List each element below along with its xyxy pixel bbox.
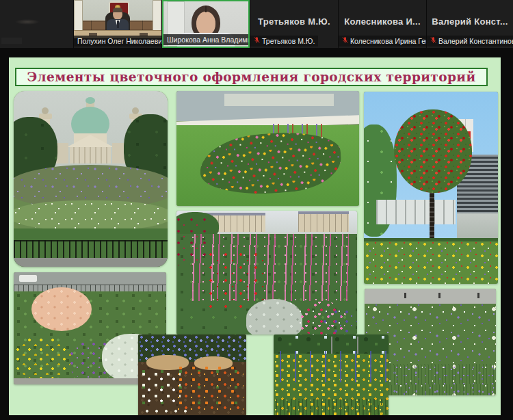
video-tile-valeriy[interactable]: Валерий Конст... Валерий Константинович (427, 0, 513, 48)
participant-hair (113, 8, 122, 12)
participant-name-label: Полухин Олег Николаевич Н... (74, 36, 161, 47)
video-tile-kolesnikova[interactable]: Колесникова И... Колесникова Ирина Генн.… (339, 0, 426, 48)
parked-car (19, 275, 37, 282)
participant-name: Третьяков М.Ю. (262, 36, 315, 46)
pedestrian (477, 293, 479, 298)
flower-meadow (364, 238, 498, 284)
participant-name-label: Колесникова Ирина Генн... (339, 36, 426, 47)
video-tile-dark-partial[interactable] (0, 0, 73, 48)
pink-sedum (31, 287, 92, 331)
yellow-flowers (14, 337, 71, 379)
silver-foliage (246, 299, 302, 334)
green-stems (274, 399, 389, 415)
photo-fuchsia-standard-tree (364, 92, 498, 284)
participant-name: Широкова Анна Владимиров... (167, 35, 248, 44)
video-tile-shirokova-active-speaker[interactable]: Широкова Анна Владимиров... (162, 0, 250, 48)
hair-parting (205, 6, 207, 12)
shared-screen-slide: Элементы цветочного оформления городских… (9, 57, 501, 415)
participant-name-label: Валерий Константинович (427, 36, 513, 47)
participant-name: Колесникова Ирина Генн... (350, 36, 426, 46)
photo-pink-perennial-border (176, 211, 357, 334)
participant-center-name: Третьяков М.Ю. (250, 16, 338, 27)
pedestrian (404, 293, 406, 298)
participant-face (196, 12, 215, 36)
crimson-flowers (176, 216, 208, 265)
slide-title-box: Элементы цветочного оформления городских… (15, 68, 488, 86)
pedestrian (438, 293, 440, 298)
dim-light (15, 19, 40, 25)
participant-name: Полухин Олег Николаевич Н... (77, 36, 161, 46)
road (14, 258, 168, 267)
photo-karlskirche-flowerbed (14, 91, 168, 267)
participant-center-name: Валерий Конст... (427, 16, 513, 27)
participant-tie (117, 21, 119, 28)
white-flower-ring (14, 200, 168, 231)
photo-lantana-rock-bed (138, 334, 246, 415)
building-reflection (224, 94, 334, 106)
slide-title: Элементы цветочного оформления городских… (27, 70, 475, 84)
video-tile-tretyakov[interactable]: Третьяков М.Ю. Третьяков М.Ю. (250, 0, 338, 48)
white-flowers-bottom (144, 408, 192, 415)
muted-mic-icon (342, 36, 348, 46)
walkway (365, 289, 496, 304)
photo-coreopsis-salvia-bed (274, 334, 389, 415)
participant-name-label: Широкова Анна Владимиров... (163, 34, 248, 45)
white-flowers (140, 370, 181, 403)
purple-flowers (321, 309, 357, 333)
building (298, 211, 349, 232)
participant-center-name: Колесникова И... (339, 16, 426, 27)
name-label-unreadable (1, 38, 22, 44)
background-structures (376, 200, 456, 224)
blue-salvia-spikes (274, 351, 389, 382)
muted-mic-icon (430, 36, 436, 46)
participant-name-label: Третьяков М.Ю. (250, 36, 318, 47)
red-flower-crown (394, 109, 472, 193)
red-flowers (207, 250, 269, 308)
meeting-window: Полухин Олег Николаевич Н... Широкова Ан… (0, 0, 513, 420)
participant-name: Валерий Константинович (438, 36, 513, 46)
orange-lantana (176, 365, 244, 410)
fence (14, 240, 168, 258)
photo-marigold-bed-riverbank (176, 91, 359, 206)
video-tile-polukhin[interactable]: Полухин Олег Николаевич Н... (74, 0, 161, 48)
muted-mic-icon (254, 36, 260, 46)
